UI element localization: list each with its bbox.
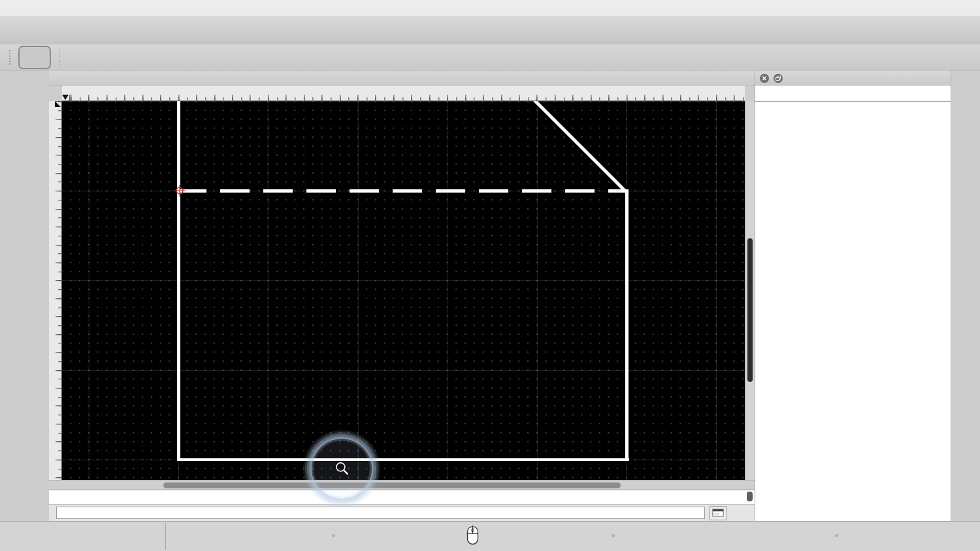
status-dot — [612, 534, 615, 537]
menu-bar — [0, 0, 980, 16]
layer-list-panel — [755, 71, 951, 521]
document-titlebar[interactable] — [49, 71, 755, 86]
command-input[interactable] — [56, 507, 705, 519]
ruler-mouse-marker — [55, 101, 61, 107]
layer-panel-titlebar — [755, 71, 951, 86]
status-dot — [835, 534, 838, 537]
main-toolbar — [0, 16, 980, 44]
layer-panel-toolbar — [755, 86, 951, 102]
toolbar-separator — [59, 49, 60, 66]
command-history — [49, 490, 755, 504]
status-separator — [165, 523, 166, 550]
status-bar — [0, 521, 980, 551]
vertical-scrollbar-thumb[interactable] — [747, 238, 753, 382]
zoom-window-active-tool-button[interactable] — [18, 46, 51, 69]
entity-right-edge — [625, 189, 629, 461]
mouse-icon — [465, 524, 480, 546]
drawing-canvas[interactable] — [62, 101, 745, 480]
canvas-horizontal-scrollbar[interactable] — [49, 480, 755, 490]
toolbar-drag-handle[interactable] — [9, 50, 13, 65]
tool-palette — [0, 71, 49, 521]
tool-options-bar — [0, 44, 980, 71]
entity-bottom-edge — [177, 458, 629, 462]
relative-zero-marker — [172, 183, 187, 198]
horizontal-ruler — [62, 86, 745, 101]
history-scrollbar-thumb[interactable] — [747, 492, 753, 501]
status-dot — [332, 534, 335, 537]
entity-chamfer-edge — [534, 101, 628, 193]
layer-list — [755, 102, 951, 521]
zoom-window-cursor — [312, 439, 372, 499]
canvas-vertical-scrollbar[interactable] — [745, 101, 755, 480]
horizontal-scrollbar-thumb[interactable] — [163, 482, 621, 488]
document-title — [49, 71, 755, 86]
history-scrollbar[interactable] — [747, 492, 753, 503]
ruler-mouse-marker — [62, 95, 69, 100]
drawing-window — [49, 71, 755, 521]
ruler-ticks — [56, 101, 61, 480]
command-window-toggle-button[interactable] — [709, 506, 727, 520]
dock-icon-strip — [951, 71, 980, 521]
entity-left-edge — [177, 101, 180, 461]
ruler-ticks — [62, 95, 745, 101]
vertical-ruler — [49, 101, 62, 480]
command-prompt-row — [49, 504, 755, 521]
hidden-dashed-line — [177, 189, 627, 193]
layer-panel-title — [755, 71, 951, 86]
